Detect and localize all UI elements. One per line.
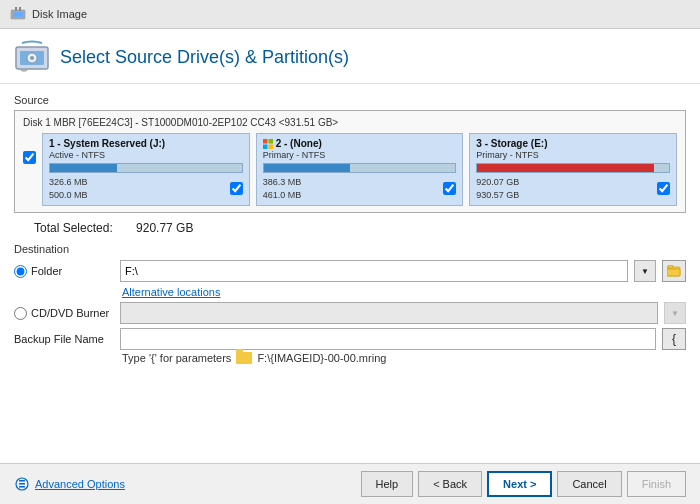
page-header: Select Source Drive(s) & Partition(s): [0, 29, 700, 84]
partition-2-bottom: 386.3 MB 461.0 MB: [263, 176, 457, 201]
param-folder-icon: [236, 352, 252, 364]
bottom-btn-group: Help < Back Next > Cancel Finish: [361, 471, 686, 497]
title-bar-icon: [10, 6, 26, 22]
partition-1-progress-fill: [50, 164, 117, 172]
partition-1-checkbox[interactable]: [230, 182, 243, 195]
svg-rect-8: [263, 139, 268, 144]
folder-radio-label[interactable]: Folder: [14, 265, 114, 278]
svg-rect-13: [667, 269, 680, 276]
svg-rect-14: [668, 265, 673, 268]
partition-3-title: 3 - Storage (E:): [476, 138, 670, 149]
partition-2-title: 2 - (None): [263, 138, 457, 149]
svg-point-7: [30, 56, 34, 60]
partition-1-title: 1 - System Reserved (J:): [49, 138, 243, 149]
bottom-bar: Advanced Options Help < Back Next > Canc…: [0, 463, 700, 504]
finish-button[interactable]: Finish: [627, 471, 686, 497]
partitions-row: 1 - System Reserved (J:) Active - NTFS 3…: [23, 133, 677, 206]
partition-card-1[interactable]: 1 - System Reserved (J:) Active - NTFS 3…: [42, 133, 250, 206]
cddvd-row: CD/DVD Burner ▼: [14, 302, 686, 324]
cddvd-radio-label[interactable]: CD/DVD Burner: [14, 307, 114, 320]
backup-name-input[interactable]: [120, 328, 656, 350]
back-button[interactable]: < Back: [418, 471, 482, 497]
partition-card-2[interactable]: 2 - (None) Primary - NTFS 386.3 MB 461.0…: [256, 133, 464, 206]
svg-rect-10: [263, 144, 268, 149]
param-path: F:\{IMAGEID}-00-00.mring: [257, 352, 386, 364]
folder-radio[interactable]: [14, 265, 27, 278]
advanced-options-label: Advanced Options: [35, 478, 125, 490]
source-label: Source: [14, 94, 686, 106]
svg-rect-9: [268, 139, 273, 144]
partition-2-subtitle: Primary - NTFS: [263, 150, 457, 160]
total-selected-label: Total Selected:: [34, 221, 113, 235]
next-button[interactable]: Next >: [487, 471, 552, 497]
curly-brace-btn[interactable]: {: [662, 328, 686, 350]
folder-dropdown-btn[interactable]: ▼: [634, 260, 656, 282]
partition-3-sizes: 920.07 GB 930.57 GB: [476, 176, 519, 201]
advanced-options-icon: [14, 476, 30, 492]
help-button[interactable]: Help: [361, 471, 414, 497]
partition-1-subtitle: Active - NTFS: [49, 150, 243, 160]
partition-3-checkbox[interactable]: [657, 182, 670, 195]
alt-locations-link[interactable]: Alternative locations: [122, 286, 686, 298]
backup-name-label: Backup File Name: [14, 333, 114, 345]
svg-rect-17: [19, 483, 25, 485]
partition-1-progress-bg: [49, 163, 243, 173]
partition-3-subtitle: Primary - NTFS: [476, 150, 670, 160]
main-window: Disk Image Select Source Drive(s) & Part…: [0, 0, 700, 504]
partition-2-checkbox[interactable]: [443, 182, 456, 195]
partition-3-bottom: 920.07 GB 930.57 GB: [476, 176, 670, 201]
svg-rect-3: [19, 7, 21, 11]
param-hint-row: Type '{' for parameters F:\{IMAGEID}-00-…: [122, 352, 686, 364]
partition-card-3[interactable]: 3 - Storage (E:) Primary - NTFS 920.07 G…: [469, 133, 677, 206]
partition-3-progress-fill: [477, 164, 653, 172]
folder-browse-icon: [667, 265, 681, 277]
partition-2-progress-fill: [264, 164, 350, 172]
partition-2-progress-bg: [263, 163, 457, 173]
cddvd-input: [120, 302, 658, 324]
folder-path-input[interactable]: [120, 260, 628, 282]
backup-name-row: Backup File Name {: [14, 328, 686, 350]
cddvd-dropdown-btn: ▼: [664, 302, 686, 324]
destination-label: Destination: [14, 243, 686, 255]
partition-1-bottom: 326.6 MB 500.0 MB: [49, 176, 243, 201]
header-disk-icon: [14, 39, 50, 75]
windows-icon: [263, 139, 273, 149]
page-title: Select Source Drive(s) & Partition(s): [60, 47, 349, 68]
partition-1-sizes: 326.6 MB 500.0 MB: [49, 176, 88, 201]
param-hint-text: Type '{' for parameters: [122, 352, 231, 364]
svg-rect-18: [19, 486, 25, 488]
total-selected-row: Total Selected: 920.77 GB: [14, 221, 686, 235]
title-bar-text: Disk Image: [32, 8, 87, 20]
title-bar: Disk Image: [0, 0, 700, 29]
svg-rect-1: [13, 12, 23, 17]
svg-rect-16: [19, 480, 25, 482]
cancel-button[interactable]: Cancel: [557, 471, 621, 497]
source-box: Disk 1 MBR [76EE24C3] - ST1000DM010-2EP1…: [14, 110, 686, 213]
partition-2-sizes: 386.3 MB 461.0 MB: [263, 176, 302, 201]
total-selected-value: 920.77 GB: [136, 221, 193, 235]
destination-section: Destination Folder ▼ Alternat: [14, 243, 686, 364]
partition-3-progress-bg: [476, 163, 670, 173]
partitions-container: 1 - System Reserved (J:) Active - NTFS 3…: [42, 133, 677, 206]
svg-rect-11: [268, 144, 273, 149]
svg-rect-2: [15, 7, 17, 11]
cddvd-radio[interactable]: [14, 307, 27, 320]
folder-row: Folder ▼: [14, 260, 686, 282]
advanced-options-link[interactable]: Advanced Options: [14, 476, 125, 492]
disk-checkbox[interactable]: [23, 151, 36, 164]
content-area: Source Disk 1 MBR [76EE24C3] - ST1000DM0…: [0, 84, 700, 463]
disk-label: Disk 1 MBR [76EE24C3] - ST1000DM010-2EP1…: [23, 117, 677, 128]
folder-browse-btn[interactable]: [662, 260, 686, 282]
